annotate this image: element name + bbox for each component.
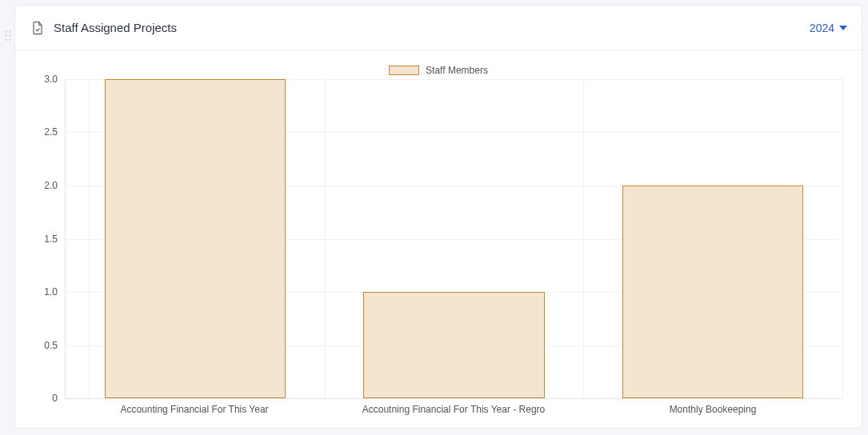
y-tick-label: 2.5: [44, 126, 66, 138]
year-label: 2024: [810, 22, 834, 34]
legend-label: Staff Members: [426, 65, 488, 76]
chart-plot: 00.51.01.52.02.53.0: [65, 79, 842, 399]
x-tick-label: Monthly Bookeeping: [583, 404, 842, 415]
y-tick-label: 2.0: [44, 180, 66, 191]
y-tick-label: 0: [52, 393, 66, 404]
document-check-icon: [30, 19, 46, 37]
y-tick-label: 0.5: [44, 340, 66, 351]
x-axis-labels: Accounting Financial For This YearAccout…: [65, 399, 842, 415]
legend-swatch: [389, 66, 419, 75]
chart-legend: Staff Members: [26, 65, 850, 76]
bar[interactable]: [622, 186, 804, 398]
card-title: Staff Assigned Projects: [54, 21, 177, 34]
chart-card: Staff Assigned Projects 2024 Staff Membe…: [14, 5, 862, 429]
chevron-down-icon: [839, 26, 847, 30]
x-tick-label: Accoutning Financial For This Year - Reg…: [324, 404, 583, 415]
y-tick-label: 3.0: [44, 74, 66, 85]
y-tick-label: 1.0: [44, 286, 66, 297]
bar[interactable]: [105, 79, 286, 398]
year-selector[interactable]: 2024: [810, 22, 847, 34]
x-tick-label: Accounting Financial For This Year: [65, 404, 324, 415]
bar[interactable]: [363, 292, 545, 398]
y-tick-label: 1.5: [44, 233, 66, 245]
card-header: Staff Assigned Projects 2024: [15, 6, 862, 50]
chart-area: Staff Members 00.51.01.52.02.53.0 Accoun…: [15, 50, 862, 428]
